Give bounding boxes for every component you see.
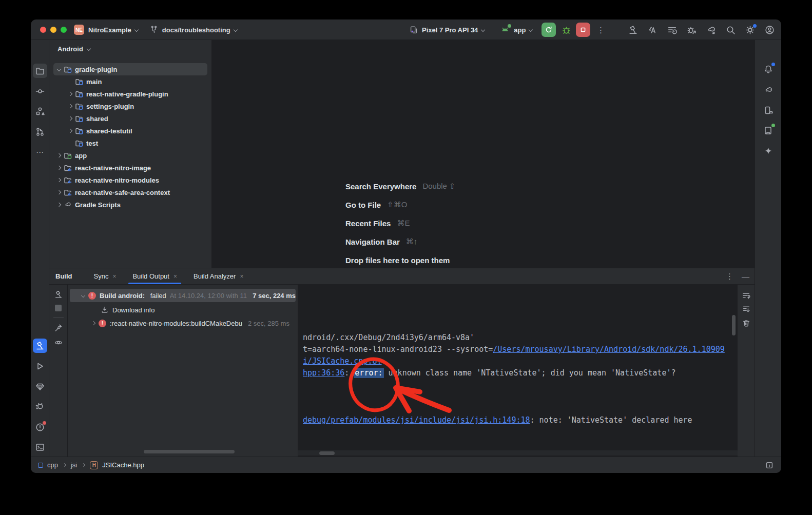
attach-debugger-button[interactable]: [686, 25, 697, 35]
download-info-row[interactable]: Download info: [70, 303, 296, 316]
project-tool-button[interactable]: [33, 64, 47, 78]
stop-build-button[interactable]: [55, 305, 62, 311]
chevron-right-icon[interactable]: [68, 92, 72, 96]
chevron-right-icon[interactable]: [68, 116, 72, 121]
tree-item-shared[interactable]: shared: [53, 112, 207, 125]
device-manager-button[interactable]: [761, 103, 776, 117]
panel-options-button[interactable]: ⋮: [726, 272, 733, 281]
console-error-line: hpp:36:36: error: unknown class name 'NT…: [303, 367, 738, 379]
search-button[interactable]: [725, 25, 736, 35]
horizontal-scrollbar[interactable]: [144, 450, 235, 453]
commit-tool-button[interactable]: [33, 84, 47, 98]
device-selector[interactable]: Pixel 7 Pro API 34: [409, 25, 485, 34]
library-module-icon: [64, 164, 72, 172]
build-hammer-icon: [628, 25, 639, 35]
reader-mode-button[interactable]: [765, 461, 774, 470]
profile-button[interactable]: [764, 25, 775, 35]
build-panel-header: Build Sync × Build Output × Build Analyz…: [49, 268, 755, 285]
chevron-right-icon[interactable]: [68, 129, 72, 133]
build-tool-button[interactable]: [33, 339, 47, 353]
file-link[interactable]: /Users/mrousavy/Library/Android/sdk/ndk/…: [493, 345, 725, 354]
tab-build-analyzer[interactable]: Build Analyzer ×: [187, 268, 249, 284]
pull-requests-button[interactable]: [33, 125, 47, 139]
breadcrumb-jsi[interactable]: jsi: [71, 461, 77, 469]
clear-all-button[interactable]: [742, 319, 751, 328]
tree-item-react-native-nitro-modules[interactable]: react-native-nitro-modules: [53, 174, 207, 186]
tree-item-react-native-safe-area-context[interactable]: react-native-safe-area-context: [53, 186, 207, 199]
stop-button[interactable]: [576, 23, 590, 37]
problems-button[interactable]: [33, 420, 47, 434]
chevron-down-icon[interactable]: [81, 293, 85, 298]
titlebar-left: NE NitroExample docs/troubleshooting: [74, 19, 237, 40]
breadcrumb-cpp[interactable]: cpp: [47, 461, 58, 469]
run-config-selector[interactable]: app: [500, 25, 532, 35]
gradle-button[interactable]: [761, 83, 776, 97]
file-link[interactable]: i/JSICache.cpp:8:: [303, 356, 382, 366]
branch-name: docs/troubleshooting: [162, 26, 230, 34]
notifications-button[interactable]: [761, 62, 776, 76]
gemini-button[interactable]: [761, 144, 776, 159]
run-tool-button[interactable]: [33, 359, 47, 373]
close-window-button[interactable]: [40, 27, 46, 33]
module-icon: [38, 463, 43, 468]
scroll-to-end-button[interactable]: [742, 305, 751, 314]
chevron-right-icon[interactable]: [68, 104, 72, 108]
vertical-scrollbar[interactable]: [732, 315, 736, 335]
chevron-right-icon[interactable]: [57, 203, 61, 207]
tree-item-app[interactable]: app: [53, 149, 207, 162]
chevron-right-icon[interactable]: [57, 190, 61, 194]
more-tools-button[interactable]: ⋯: [33, 145, 47, 160]
soft-wrap-button[interactable]: [742, 291, 751, 300]
settings-button[interactable]: [745, 25, 756, 35]
chevron-right-icon[interactable]: [57, 178, 61, 182]
file-link[interactable]: debug/prefab/modules/jsi/include/jsi/jsi…: [303, 415, 530, 425]
debug-button[interactable]: [561, 25, 572, 35]
stop-icon: [578, 25, 588, 34]
tree-item-settings-plugin[interactable]: settings-plugin: [53, 100, 207, 112]
project-view-selector[interactable]: Android: [49, 40, 211, 57]
resource-manager-button[interactable]: [33, 104, 47, 118]
project-selector[interactable]: NitroExample: [88, 26, 138, 34]
build-root-row[interactable]: ! Build android: failed At 14.10.24, 12:…: [70, 289, 296, 302]
breadcrumb-file[interactable]: JSICache.hpp: [102, 461, 144, 469]
translate-button[interactable]: [647, 25, 658, 35]
tree-item-gradle-scripts[interactable]: Gradle Scripts: [53, 199, 207, 211]
pin-tab-button[interactable]: [54, 323, 63, 332]
failed-task-row[interactable]: ! :react-native-nitro-modules:buildCMake…: [70, 316, 296, 330]
header-file-icon: H: [90, 461, 98, 469]
tab-sync[interactable]: Sync ×: [88, 268, 123, 284]
restart-build-button[interactable]: [54, 290, 63, 299]
minimize-window-button[interactable]: [50, 27, 56, 33]
file-link[interactable]: hpp:36:36: [303, 368, 344, 378]
horizontal-scrollbar[interactable]: [319, 451, 335, 455]
close-icon[interactable]: ×: [173, 273, 177, 280]
chevron-right-icon[interactable]: [91, 321, 95, 325]
zoom-window-button[interactable]: [61, 27, 67, 33]
close-icon[interactable]: ×: [240, 273, 243, 280]
more-run-actions-button[interactable]: ⋮: [596, 25, 605, 35]
chevron-right-icon[interactable]: [57, 166, 61, 170]
tab-build-output[interactable]: Build Output ×: [126, 268, 183, 284]
running-devices-button[interactable]: [761, 123, 776, 137]
library-module-icon: [64, 176, 72, 184]
titlebar-right-toolbar: [628, 19, 775, 40]
chevron-down-icon[interactable]: [57, 67, 61, 71]
hide-panel-button[interactable]: —: [742, 272, 749, 281]
rerun-button[interactable]: [542, 23, 556, 37]
tree-item-gradle-plugin[interactable]: gradle-plugin: [53, 63, 207, 75]
app-insights-button[interactable]: [33, 380, 47, 394]
build-hammer-button[interactable]: [628, 25, 639, 35]
tree-item-react-native-nitro-image[interactable]: react-native-nitro-image: [53, 162, 207, 174]
gradle-sync-button[interactable]: [706, 25, 717, 35]
branch-selector[interactable]: docs/troubleshooting: [149, 25, 237, 34]
filters-button[interactable]: [54, 338, 63, 347]
close-icon[interactable]: ×: [112, 273, 116, 280]
tree-item-main[interactable]: main: [53, 75, 207, 88]
tree-item-test[interactable]: test: [53, 137, 207, 149]
tree-item-shared-testutil[interactable]: shared-testutil: [53, 125, 207, 137]
chevron-right-icon[interactable]: [57, 153, 61, 157]
tree-item-react-native-gradle-plugin[interactable]: react-native-gradle-plugin: [53, 88, 207, 100]
logcat-button[interactable]: [33, 400, 47, 414]
build-history-button[interactable]: [667, 25, 678, 35]
terminal-button[interactable]: [33, 440, 47, 454]
